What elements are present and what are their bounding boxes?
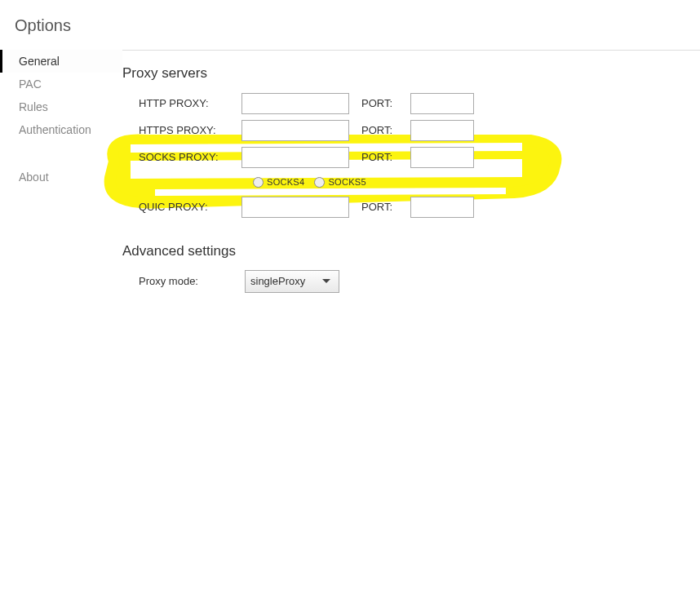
socks-port-input[interactable] <box>410 147 474 168</box>
https-port-label: PORT: <box>361 124 410 136</box>
socks-proxy-label: SOCKS PROXY: <box>139 151 241 163</box>
main-content: Proxy servers HTTP PROXY: PORT: HTTPS PR… <box>122 50 700 295</box>
http-port-input[interactable] <box>410 93 474 114</box>
quic-port-label: PORT: <box>361 201 410 213</box>
quic-port-input[interactable] <box>410 197 474 218</box>
proxy-mode-value: singleProxy <box>250 275 305 287</box>
http-port-label: PORT: <box>361 97 410 109</box>
http-proxy-input[interactable] <box>241 93 349 114</box>
proxy-mode-label: Proxy mode: <box>139 275 245 287</box>
quic-proxy-row: QUIC PROXY: PORT: <box>139 193 700 220</box>
http-proxy-row: HTTP PROXY: PORT: <box>139 90 700 117</box>
proxy-servers-heading: Proxy servers <box>122 65 700 82</box>
sidebar-item-authentication[interactable]: Authentication <box>0 118 122 141</box>
socks-version-row: SOCKS4 SOCKS5 <box>139 171 700 193</box>
quic-proxy-label: QUIC PROXY: <box>139 201 241 213</box>
https-proxy-input[interactable] <box>241 120 349 141</box>
socks-proxy-row: SOCKS PROXY: PORT: <box>139 144 700 171</box>
chevron-down-icon <box>322 279 330 283</box>
socks-proxy-input[interactable] <box>241 147 349 168</box>
sidebar-item-pac[interactable]: PAC <box>0 73 122 95</box>
sidebar: General PAC Rules Authentication About <box>0 50 122 295</box>
socks5-label: SOCKS5 <box>328 177 366 187</box>
https-proxy-label: HTTPS PROXY: <box>139 124 241 136</box>
socks4-label: SOCKS4 <box>267 177 304 187</box>
socks-port-label: PORT: <box>361 151 410 163</box>
sidebar-item-rules[interactable]: Rules <box>0 95 122 118</box>
socks5-radio[interactable] <box>314 177 325 188</box>
https-proxy-row: HTTPS PROXY: PORT: <box>139 117 700 144</box>
sidebar-item-about[interactable]: About <box>0 166 122 188</box>
sidebar-item-general[interactable]: General <box>0 50 122 73</box>
advanced-settings-heading: Advanced settings <box>122 243 700 259</box>
http-proxy-label: HTTP PROXY: <box>139 97 241 109</box>
proxy-mode-select[interactable]: singleProxy <box>245 270 339 293</box>
page-title: Options <box>0 0 700 50</box>
socks4-radio[interactable] <box>253 177 264 188</box>
https-port-input[interactable] <box>410 120 474 141</box>
proxy-mode-row: Proxy mode: singleProxy <box>139 268 700 295</box>
quic-proxy-input[interactable] <box>241 197 349 218</box>
